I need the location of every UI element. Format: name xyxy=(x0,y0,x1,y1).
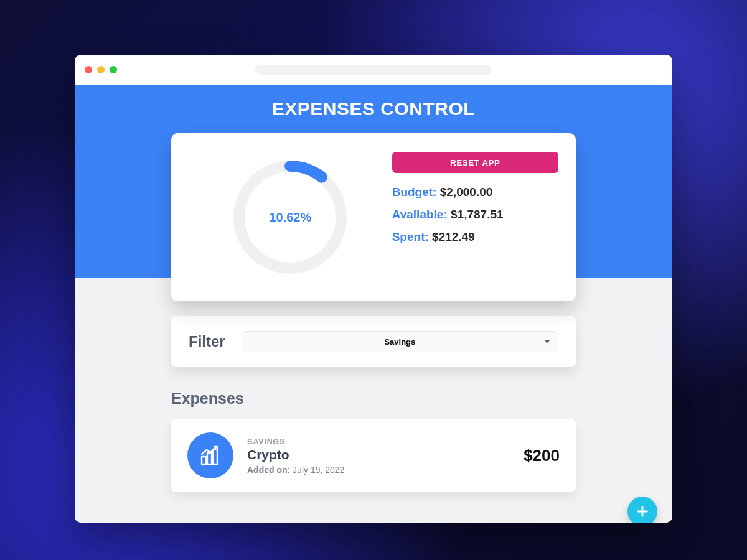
budget-stats: RESET APP Budget: $2,000.00 Available: $… xyxy=(392,148,558,286)
expense-amount: $200 xyxy=(524,446,560,465)
available-row: Available: $1,787.51 xyxy=(392,208,558,222)
budget-value: $2,000.00 xyxy=(440,185,493,198)
spent-row: Spent: $212.49 xyxy=(392,230,558,244)
expense-category: SAVINGS xyxy=(247,437,510,446)
svg-rect-4 xyxy=(213,449,217,464)
svg-rect-2 xyxy=(202,457,206,464)
content-section: Filter Savings Expenses xyxy=(75,278,672,492)
budget-label: Budget: xyxy=(392,185,437,198)
filter-select[interactable]: Savings xyxy=(242,331,558,352)
spent-label: Spent: xyxy=(392,230,429,243)
address-bar[interactable] xyxy=(255,65,492,75)
spent-value: $212.49 xyxy=(432,230,475,243)
filter-label: Filter xyxy=(189,333,225,350)
maximize-window-button[interactable] xyxy=(110,66,117,73)
available-value: $1,787.51 xyxy=(451,208,504,221)
add-expense-button[interactable] xyxy=(627,497,657,523)
hero-section: EXPENSES CONTROL 10.62% RESET APP xyxy=(75,85,672,278)
app-window: EXPENSES CONTROL 10.62% RESET APP xyxy=(75,55,672,523)
page-title: EXPENSES CONTROL xyxy=(75,85,672,119)
savings-icon xyxy=(187,432,233,478)
reset-app-button[interactable]: RESET APP xyxy=(392,152,558,173)
plus-icon xyxy=(636,505,649,518)
expense-date: Added on: July 19, 2022 xyxy=(247,465,510,475)
window-controls xyxy=(85,66,117,73)
progress-percent-label: 10.62% xyxy=(228,155,352,279)
budget-summary-card: 10.62% RESET APP Budget: $2,000.00 Avail… xyxy=(171,133,576,301)
expense-date-value: July 19, 2022 xyxy=(293,465,344,475)
filter-card: Filter Savings xyxy=(171,316,576,367)
close-window-button[interactable] xyxy=(85,66,92,73)
budget-row: Budget: $2,000.00 xyxy=(392,185,558,199)
expense-name: Crypto xyxy=(247,447,510,462)
progress-gauge-wrap: 10.62% xyxy=(189,148,392,286)
minimize-window-button[interactable] xyxy=(97,66,105,73)
expense-date-label: Added on: xyxy=(247,465,290,475)
progress-gauge: 10.62% xyxy=(228,155,352,279)
expenses-heading: Expenses xyxy=(171,390,576,408)
window-titlebar xyxy=(75,55,672,85)
expense-item[interactable]: SAVINGS Crypto Added on: July 19, 2022 $… xyxy=(171,419,576,492)
app-body: EXPENSES CONTROL 10.62% RESET APP xyxy=(75,85,672,523)
svg-rect-3 xyxy=(207,453,212,464)
available-label: Available: xyxy=(392,208,448,221)
expense-info: SAVINGS Crypto Added on: July 19, 2022 xyxy=(247,437,510,475)
